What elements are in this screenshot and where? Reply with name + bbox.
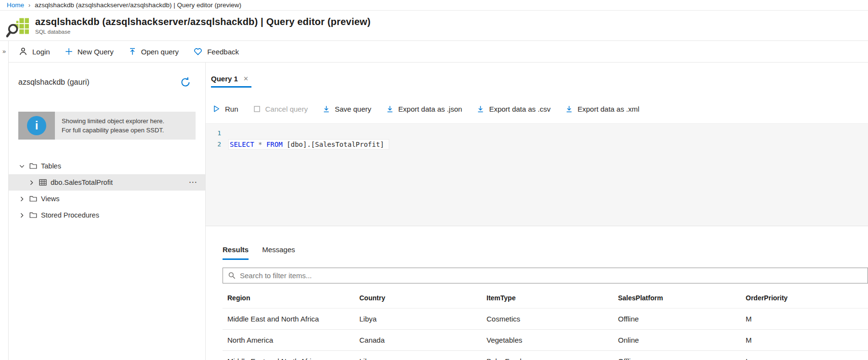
download-icon: [322, 105, 330, 113]
login-label: Login: [32, 48, 50, 56]
tab-messages[interactable]: Messages: [262, 245, 295, 260]
save-query-label: Save query: [335, 105, 371, 113]
page-header: azsqlshackdb (azsqlshackserver/azsqlshac…: [0, 11, 868, 40]
table-cell: Offline: [618, 315, 746, 323]
chevron-right-icon: [18, 195, 26, 203]
table-header-row: Region Country ItemType SalesPlatform Or…: [223, 287, 868, 309]
table-cell: L: [746, 357, 868, 360]
notice-icon-panel: i: [18, 112, 55, 140]
folder-icon: [29, 211, 38, 219]
table-cell: Online: [618, 336, 746, 344]
chevron-right-icon: [18, 212, 26, 219]
results-section: Results Messages Region Country: [206, 245, 868, 360]
table-cell: Canada: [359, 336, 487, 344]
editor-line-1[interactable]: 1: [206, 128, 868, 139]
info-icon: i: [27, 116, 46, 135]
tree-item-label: dbo.SalesTotalProfit: [51, 179, 113, 186]
table-cell: M: [746, 315, 868, 323]
refresh-icon[interactable]: [179, 76, 192, 89]
table-cell: Middle East and North Africa: [227, 357, 359, 360]
feedback-button[interactable]: Feedback: [193, 47, 239, 56]
search-input[interactable]: [240, 271, 863, 280]
table-cell: M: [746, 336, 868, 344]
folder-icon: [29, 162, 38, 170]
table-cell: Vegetables: [487, 336, 618, 344]
table-row: Middle East and North Africa Libya Cosme…: [223, 309, 868, 330]
tree-item-label: Stored Procedures: [41, 211, 99, 219]
sql-operator: *: [254, 141, 266, 148]
export-csv-label: Export data as .csv: [489, 105, 551, 113]
sql-editor[interactable]: 1 2 SELECT * FROM [dbo].[SalesTotalProfi…: [206, 123, 868, 226]
collapse-rail[interactable]: »: [0, 41, 9, 360]
expand-chevron-icon[interactable]: »: [2, 48, 6, 360]
query-tab-bar: Query 1 ✕: [206, 63, 868, 88]
table-row: North America Canada Vegetables Online M: [223, 330, 868, 351]
tree-item-stored-procedures[interactable]: Stored Procedures: [9, 207, 205, 223]
person-icon: [18, 47, 28, 56]
export-xml-label: Export data as .xml: [578, 105, 639, 113]
open-query-label: Open query: [141, 48, 179, 56]
notice-line1: Showing limited object explorer here.: [62, 116, 196, 126]
breadcrumb-home-link[interactable]: Home: [7, 1, 24, 9]
results-tab-bar: Results Messages: [223, 245, 868, 260]
close-tab-icon[interactable]: ✕: [243, 75, 249, 82]
save-query-button[interactable]: Save query: [322, 105, 371, 113]
tree-item-tables[interactable]: Tables: [9, 158, 205, 174]
table-row: Middle East and North Africa Libya Baby …: [223, 351, 868, 360]
column-header: OrderPriority: [746, 294, 868, 302]
page-title: azsqlshackdb (azsqlshackserver/azsqlshac…: [35, 16, 370, 27]
run-label: Run: [225, 105, 238, 113]
tab-results[interactable]: Results: [223, 245, 249, 260]
new-query-button[interactable]: New Query: [65, 47, 114, 56]
run-button[interactable]: Run: [212, 104, 238, 113]
breadcrumb-current: azsqlshackdb (azsqlshackserver/azsqlshac…: [35, 1, 241, 9]
table-cell: Baby Food: [487, 357, 618, 360]
upload-icon: [128, 47, 137, 56]
play-icon: [212, 104, 221, 113]
object-explorer-panel: azsqlshackdb (gauri) i Showing limited o…: [9, 63, 206, 360]
download-icon: [476, 105, 485, 113]
new-query-label: New Query: [78, 48, 114, 56]
heart-icon: [193, 47, 203, 56]
limited-explorer-notice: i Showing limited object explorer here. …: [18, 112, 196, 140]
notice-text: Showing limited object explorer here. Fo…: [55, 112, 196, 140]
export-json-label: Export data as .json: [398, 105, 462, 113]
cancel-query-label: Cancel query: [265, 105, 308, 113]
more-actions-icon[interactable]: ···: [189, 179, 198, 186]
notice-line2: For full capability please open SSDT.: [62, 126, 196, 135]
cancel-query-button[interactable]: Cancel query: [253, 105, 308, 113]
results-table: Region Country ItemType SalesPlatform Or…: [223, 287, 868, 360]
sql-identifier: [dbo].[SalesTotalProfit]: [283, 141, 384, 148]
editor-line-2[interactable]: 2 SELECT * FROM [dbo].[SalesTotalProfit]: [206, 139, 868, 150]
line-number: 1: [206, 129, 229, 137]
tree-item-dbo-salestotalprofit[interactable]: dbo.SalesTotalProfit ···: [9, 174, 205, 191]
download-icon: [565, 105, 573, 113]
object-tree: Tables dbo.SalesTotalProfit ···: [9, 158, 205, 223]
table-cell: Middle East and North Africa: [227, 315, 359, 323]
column-header: ItemType: [487, 294, 618, 302]
login-button[interactable]: Login: [18, 47, 50, 56]
open-query-button[interactable]: Open query: [128, 47, 179, 56]
code-text: SELECT * FROM [dbo].[SalesTotalProfit]: [229, 140, 389, 149]
export-xml-button[interactable]: Export data as .xml: [565, 105, 639, 113]
folder-icon: [29, 194, 38, 203]
plus-icon: [65, 47, 73, 56]
export-json-button[interactable]: Export data as .json: [386, 105, 462, 113]
command-bar: Login New Query Open query Feedback: [9, 41, 868, 63]
line-number: 2: [206, 141, 229, 148]
table-icon: [39, 178, 47, 187]
tab-query-1[interactable]: Query 1 ✕: [211, 75, 251, 88]
tab-label: Query 1: [211, 75, 238, 83]
feedback-label: Feedback: [207, 48, 239, 56]
query-panel: Query 1 ✕ Run Cance: [206, 63, 868, 360]
table-cell: Offline: [618, 357, 746, 360]
tree-item-views[interactable]: Views: [9, 191, 205, 207]
breadcrumb: Home › azsqlshackdb (azsqlshackserver/az…: [0, 0, 868, 11]
column-header: Country: [359, 294, 487, 302]
chevron-right-icon: [28, 179, 35, 186]
export-csv-button[interactable]: Export data as .csv: [476, 105, 551, 113]
download-icon: [386, 105, 394, 113]
results-filter-searchbox[interactable]: [223, 268, 868, 283]
sql-database-icon: [6, 15, 29, 38]
breadcrumb-separator-icon: ›: [28, 2, 30, 9]
